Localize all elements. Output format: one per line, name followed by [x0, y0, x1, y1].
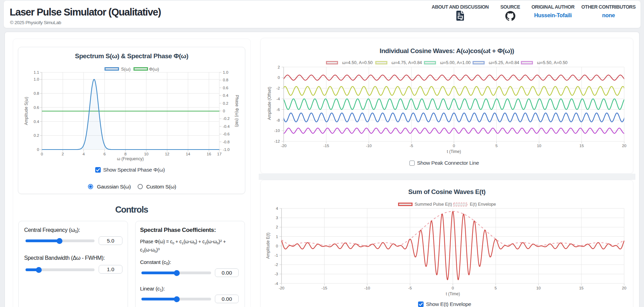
svg-text:1: 1 [276, 235, 278, 239]
svg-text:0: 0 [453, 144, 455, 148]
svg-text:0.2: 0.2 [34, 133, 39, 137]
svg-text:0.4: 0.4 [223, 93, 229, 98]
svg-text:-20: -20 [281, 144, 287, 148]
svg-text:0: 0 [278, 75, 280, 80]
svg-text:0.4: 0.4 [34, 120, 40, 124]
svg-text:1.1: 1.1 [34, 70, 39, 74]
svg-text:0.8: 0.8 [223, 78, 228, 82]
svg-text:20: 20 [622, 144, 626, 148]
svg-text:1.0: 1.0 [34, 77, 39, 81]
svg-text:0: 0 [223, 109, 225, 113]
svg-text:-15: -15 [323, 144, 329, 148]
svg-text:10: 10 [144, 152, 149, 156]
svg-text:-10: -10 [366, 144, 372, 148]
svg-text:-0.6: -0.6 [223, 132, 230, 136]
svg-text:0.8: 0.8 [34, 91, 39, 95]
svg-text:14: 14 [186, 152, 190, 156]
svg-text:-2: -2 [276, 86, 280, 90]
svg-text:t (Time): t (Time) [447, 149, 461, 154]
svg-text:-3: -3 [275, 272, 278, 276]
svg-text:4: 4 [276, 206, 278, 211]
svg-text:Amplitude (Offset): Amplitude (Offset) [267, 87, 272, 120]
svg-text:-4: -4 [276, 97, 280, 101]
svg-text:15: 15 [579, 144, 584, 148]
svg-text:-5: -5 [408, 286, 412, 290]
svg-text:-15: -15 [321, 286, 327, 290]
svg-text:-8: -8 [276, 118, 280, 122]
svg-text:-2: -2 [275, 263, 278, 267]
svg-text:ω (Frequency): ω (Frequency) [117, 156, 143, 161]
svg-text:-6: -6 [276, 108, 280, 112]
svg-text:2: 2 [62, 152, 64, 156]
svg-text:5: 5 [495, 144, 497, 148]
svg-text:-20: -20 [279, 286, 285, 290]
svg-text:6: 6 [103, 152, 106, 156]
svg-text:0.6: 0.6 [34, 105, 39, 110]
svg-text:15: 15 [579, 286, 584, 290]
svg-text:0: 0 [37, 147, 39, 152]
svg-text:t (Time): t (Time) [446, 291, 460, 296]
svg-text:5: 5 [495, 286, 497, 290]
svg-text:16: 16 [207, 152, 211, 156]
svg-text:3: 3 [276, 216, 278, 220]
svg-text:20: 20 [622, 286, 626, 290]
svg-text:0.6: 0.6 [223, 86, 228, 90]
svg-text:1.0: 1.0 [223, 70, 228, 74]
svg-text:-12: -12 [274, 139, 280, 143]
svg-text:0: 0 [276, 244, 278, 248]
svg-text:0: 0 [41, 152, 43, 156]
svg-text:0.2: 0.2 [223, 101, 228, 105]
svg-text:2: 2 [278, 65, 280, 69]
svg-text:-1.0: -1.0 [223, 147, 230, 152]
svg-text:-0.4: -0.4 [223, 124, 230, 129]
svg-text:8: 8 [124, 152, 126, 156]
svg-text:2: 2 [276, 225, 278, 229]
svg-text:-0.8: -0.8 [223, 140, 230, 144]
svg-text:10: 10 [536, 286, 541, 290]
svg-text:10: 10 [537, 144, 541, 148]
svg-text:-10: -10 [364, 286, 370, 290]
svg-text:-5: -5 [409, 144, 413, 148]
svg-text:-1: -1 [275, 253, 278, 257]
svg-text:-4: -4 [275, 282, 278, 286]
svg-text:4: 4 [82, 152, 85, 156]
svg-text:Amplitude E(t): Amplitude E(t) [266, 233, 270, 259]
svg-text:17: 17 [217, 152, 222, 156]
svg-text:-0.2: -0.2 [223, 116, 230, 121]
svg-text:Phase Φ(ω) (rad): Phase Φ(ω) (rad) [235, 95, 239, 127]
svg-text:12: 12 [165, 152, 169, 156]
svg-text:Amplitude S(ω): Amplitude S(ω) [24, 97, 29, 125]
svg-text:0: 0 [452, 286, 454, 290]
svg-text:-10: -10 [274, 129, 280, 133]
